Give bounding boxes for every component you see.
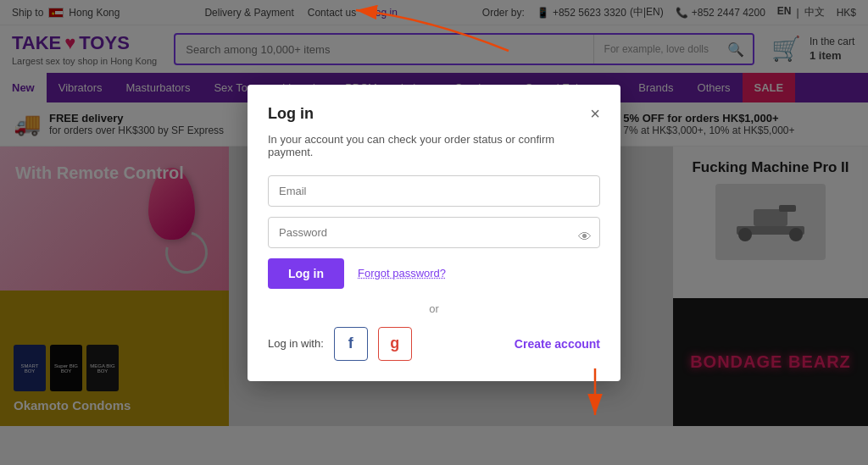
modal-description: In your account you can check your order… xyxy=(268,133,600,158)
modal-actions: Log in Forgot password? xyxy=(268,258,600,289)
modal-close-button[interactable]: × xyxy=(590,105,600,122)
google-icon: g xyxy=(390,335,399,352)
arrow-annotation-bottom xyxy=(561,364,629,432)
email-input[interactable] xyxy=(268,175,600,207)
toggle-password-icon[interactable]: 👁 xyxy=(578,230,592,245)
social-login-label: Log in with: xyxy=(268,337,324,350)
password-input[interactable] xyxy=(268,217,600,248)
modal-header: Log in × xyxy=(268,105,600,123)
login-modal: Log in × In your account you can check y… xyxy=(248,85,620,381)
modal-title: Log in xyxy=(268,105,314,123)
forgot-password-link[interactable]: Forgot password? xyxy=(358,267,446,280)
google-login-button[interactable]: g xyxy=(378,327,412,361)
modal-or-divider: or xyxy=(268,302,600,315)
facebook-icon: f xyxy=(348,335,353,352)
login-submit-button[interactable]: Log in xyxy=(268,258,344,289)
password-field-wrap: 👁 xyxy=(268,217,600,258)
facebook-login-button[interactable]: f xyxy=(334,327,368,361)
social-login-section: Log in with: f g Create account xyxy=(268,327,600,361)
modal-overlay[interactable]: Log in × In your account you can check y… xyxy=(0,0,868,465)
page-wrapper: Ship to ★ Hong Kong Delivery & Payment C… xyxy=(0,0,868,465)
create-account-link[interactable]: Create account xyxy=(515,337,600,351)
